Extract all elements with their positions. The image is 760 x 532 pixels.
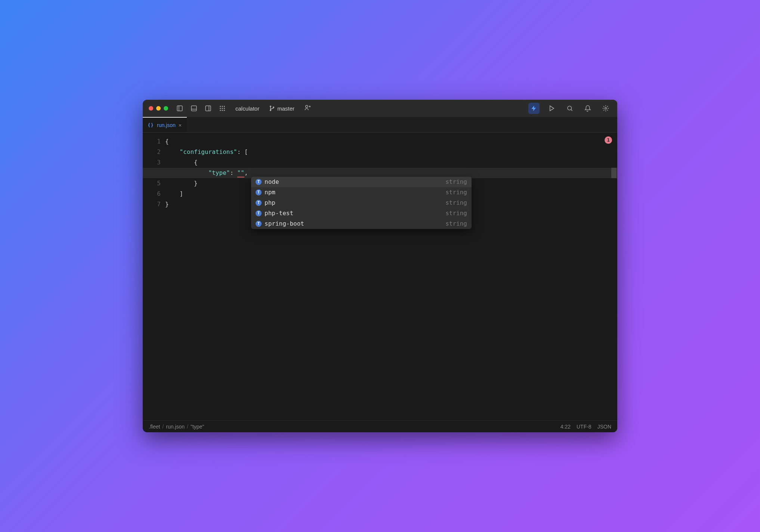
svg-point-6 bbox=[220, 106, 221, 107]
autocomplete-type: string bbox=[445, 198, 467, 208]
smart-mode-icon[interactable] bbox=[528, 103, 540, 114]
file-language[interactable]: JSON bbox=[597, 424, 611, 430]
status-right: 4:22 UTF-8 JSON bbox=[560, 424, 611, 430]
code-line[interactable]: "configurations": [ bbox=[165, 147, 617, 157]
breadcrumb[interactable]: .fleet/run.json/"type" bbox=[149, 424, 204, 430]
add-collaborator-icon[interactable] bbox=[304, 104, 311, 112]
autocomplete-item[interactable]: T php string bbox=[251, 198, 472, 208]
svg-point-11 bbox=[224, 108, 225, 109]
svg-rect-0 bbox=[177, 106, 182, 111]
svg-point-15 bbox=[270, 106, 271, 107]
bottom-panel-icon[interactable] bbox=[191, 105, 197, 112]
svg-point-8 bbox=[224, 106, 225, 107]
type-icon: T bbox=[256, 179, 262, 185]
ide-window: calculator master bbox=[143, 100, 617, 432]
code-line[interactable]: { bbox=[165, 136, 617, 147]
line-number: 2 bbox=[143, 147, 161, 157]
left-panel-icon[interactable] bbox=[176, 105, 183, 112]
breadcrumb-separator: / bbox=[162, 424, 164, 430]
notifications-icon[interactable] bbox=[582, 103, 593, 114]
type-icon: T bbox=[256, 189, 262, 195]
svg-point-18 bbox=[306, 105, 308, 108]
svg-point-7 bbox=[222, 106, 223, 107]
autocomplete-type: string bbox=[445, 187, 467, 198]
svg-line-21 bbox=[571, 109, 572, 111]
line-number: 1 bbox=[143, 136, 161, 147]
tab-filename: run.json bbox=[157, 122, 176, 128]
svg-rect-2 bbox=[191, 106, 197, 111]
breadcrumb-separator: / bbox=[187, 424, 188, 430]
breadcrumb-segment[interactable]: run.json bbox=[166, 424, 185, 430]
autocomplete-label: php-test bbox=[265, 208, 293, 219]
autocomplete-popup: T node string T npm string T php string … bbox=[251, 177, 472, 229]
maximize-window-button[interactable] bbox=[164, 106, 168, 111]
close-tab-icon[interactable]: × bbox=[179, 122, 182, 128]
autocomplete-type: string bbox=[445, 177, 467, 187]
autocomplete-label: spring-boot bbox=[265, 219, 304, 229]
settings-icon[interactable] bbox=[600, 103, 611, 114]
titlebar: calculator master bbox=[143, 100, 617, 117]
svg-marker-19 bbox=[550, 106, 554, 111]
line-number: 3 bbox=[143, 157, 161, 168]
file-tab[interactable]: run.json × bbox=[143, 117, 187, 132]
minimize-window-button[interactable] bbox=[156, 106, 161, 111]
titlebar-actions bbox=[528, 103, 611, 114]
svg-rect-4 bbox=[206, 106, 211, 111]
autocomplete-item[interactable]: T php-test string bbox=[251, 208, 472, 219]
project-name[interactable]: calculator bbox=[235, 105, 259, 112]
line-number: 6 bbox=[143, 189, 161, 199]
editor[interactable]: 1234567 { "configurations": [ { "type": … bbox=[143, 133, 617, 420]
branch-name: master bbox=[277, 105, 294, 112]
type-icon: T bbox=[256, 210, 262, 216]
autocomplete-label: npm bbox=[265, 187, 275, 198]
right-panel-icon[interactable] bbox=[205, 105, 211, 112]
svg-point-20 bbox=[568, 106, 572, 110]
autocomplete-label: php bbox=[265, 198, 275, 208]
autocomplete-item[interactable]: T node string bbox=[251, 177, 472, 187]
line-number: 5 bbox=[143, 178, 161, 189]
breadcrumb-segment[interactable]: "type" bbox=[191, 424, 204, 430]
code-line[interactable]: { bbox=[165, 157, 617, 168]
branch-icon bbox=[269, 105, 275, 111]
autocomplete-item[interactable]: T spring-boot string bbox=[251, 219, 472, 229]
autocomplete-type: string bbox=[445, 208, 467, 219]
line-number: 7 bbox=[143, 199, 161, 210]
apps-grid-icon[interactable] bbox=[219, 105, 226, 112]
type-icon: T bbox=[256, 200, 262, 206]
svg-point-22 bbox=[605, 108, 607, 109]
window-controls bbox=[149, 106, 168, 111]
svg-point-14 bbox=[224, 110, 225, 111]
run-icon[interactable] bbox=[546, 103, 557, 114]
type-icon: T bbox=[256, 221, 262, 227]
svg-point-17 bbox=[273, 107, 274, 108]
error-count-badge[interactable]: 1 bbox=[605, 136, 612, 144]
svg-point-10 bbox=[222, 108, 223, 109]
code-area[interactable]: { "configurations": [ { "type": "", } ]}… bbox=[165, 133, 617, 420]
tab-bar: run.json × bbox=[143, 117, 617, 133]
breadcrumb-segment[interactable]: .fleet bbox=[149, 424, 160, 430]
svg-point-9 bbox=[220, 108, 221, 109]
cursor-position[interactable]: 4:22 bbox=[560, 424, 571, 430]
search-icon[interactable] bbox=[564, 103, 575, 114]
file-encoding[interactable]: UTF-8 bbox=[577, 424, 591, 430]
close-window-button[interactable] bbox=[149, 106, 153, 111]
autocomplete-item[interactable]: T npm string bbox=[251, 187, 472, 198]
svg-point-13 bbox=[222, 110, 223, 111]
minimap-indicator[interactable] bbox=[611, 168, 617, 178]
status-bar: .fleet/run.json/"type" 4:22 UTF-8 JSON bbox=[143, 420, 617, 432]
autocomplete-type: string bbox=[445, 219, 467, 229]
json-file-icon bbox=[148, 122, 154, 128]
svg-point-12 bbox=[220, 110, 221, 111]
autocomplete-label: node bbox=[265, 177, 279, 187]
svg-point-16 bbox=[270, 110, 271, 111]
git-branch[interactable]: master bbox=[269, 105, 294, 112]
panel-toggles bbox=[176, 105, 226, 112]
